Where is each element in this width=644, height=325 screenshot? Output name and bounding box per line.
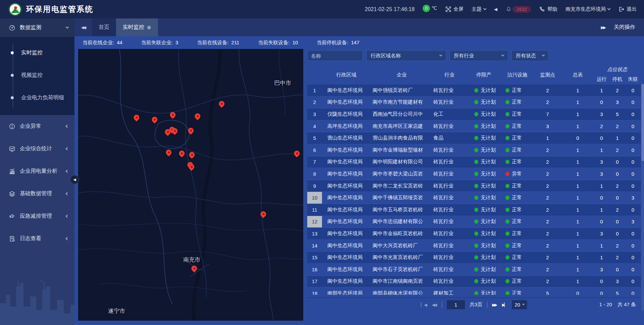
org-dropdown[interactable]: 南充市生态环境局 [566,6,610,12]
sidebar-item-emergency-reduction[interactable]: 应急减排管理 [0,205,74,227]
last-page-button[interactable]: ▶▏ [502,303,507,307]
fullscreen-button[interactable]: 全屏 [445,6,464,12]
sidebar-item-company-statistics[interactable]: 企业综合统计 [0,138,74,160]
row-number: 17 [307,276,322,287]
map-pin-icon[interactable] [188,128,194,133]
tab-home[interactable]: 首页 [92,18,116,36]
tab-realtime-monitor[interactable]: 实时监控 ⊗ [116,18,158,36]
industry-filter-select[interactable]: 所有行业 [449,50,508,61]
range-label: 1 - 20 [599,302,612,308]
sidebar-item-label: 企业异常 [20,123,41,130]
fullscreen-icon [445,6,451,12]
cell-stop: 2 [609,204,625,216]
sidebar-group-data-monitoring[interactable]: 数据监测 [0,18,74,37]
map-pin-icon[interactable] [294,151,300,156]
sidebar-item-label: 企业综合统计 [20,145,52,152]
logout-button[interactable]: 退出 [618,6,637,12]
cell-stop: 3 [609,97,625,108]
map-pin-icon[interactable] [172,128,178,134]
name-filter-input[interactable] [307,50,363,61]
tab-label: 实时监控 [123,24,144,31]
table-row[interactable]: 6 阆中生态环境局 阆中市金博瑞新型墙材 砖瓦行业 无计划 正常 [307,144,641,156]
table-row[interactable]: 9 阆中生态环境局 阆中市二龙长宝页岩砖 砖瓦行业 无计划 正常 [307,180,641,192]
cell-run: 2 [594,120,609,132]
table-row[interactable]: 5 营山生态环境局 营山县润丰肉食品有限 食品 无计划 正常 [307,132,641,144]
close-tab-icon[interactable]: ⊗ [147,24,151,31]
cell-region: 高坪生态环境局 [322,120,371,132]
table-row[interactable]: 1 阆中生态环境局 阆中强锐页岩砖厂 砖瓦行业 无计划 正常 [307,85,641,97]
table-scrollbar[interactable] [641,84,644,311]
first-page-button[interactable]: ◀ [421,303,427,307]
cell-company: 阆中大兴页岩机砖厂 [371,240,433,252]
cell-region: 阆中生态环境局 [322,228,371,239]
table-row[interactable]: 18 南部生态环境局 南部县砌体水泥有限公 建材加工 无计划 正常 [307,287,641,295]
map-pin-icon[interactable] [170,112,175,118]
prev-page-button[interactable]: ◀◀ [432,303,437,307]
table-row[interactable]: 14 阆中生态环境局 阆中大兴页岩机砖厂 砖瓦行业 无计划 正常 [307,240,641,252]
cell-points: 2 [533,97,562,108]
next-page-button[interactable]: ▶▶ [492,303,497,307]
cell-region: 阆中生态环境局 [322,144,371,156]
cell-lost: 0 [625,180,641,192]
table-row[interactable]: 8 阆中生态环境局 阆中市枣碧大梁山页岩 砖瓦行业 无计划 异常 [307,168,641,180]
table-row[interactable]: 15 阆中生态环境局 阆中市光富页岩机砖厂 砖瓦行业 无计划 正常 [307,252,641,264]
bell-icon [505,6,512,12]
table-row[interactable]: 12 阆中生态环境局 阆中市忠信建材有限公 砖瓦行业 无计划 正常 [307,216,641,228]
table-row[interactable]: 2 阆中生态环境局 阆中市南方节能建材有 砖瓦行业 无计划 正常 [307,97,641,109]
table-row[interactable]: 17 阆中生态环境局 阆中市江南镇阆南页岩 砖瓦行业 无计划 正常 [307,276,641,288]
map-pin-icon[interactable] [219,101,225,107]
cell-points: 2 [533,252,562,263]
table-row[interactable]: 4 高坪生态环境局 南充市高坪区王家店建 砖瓦行业 无计划 正常 [307,120,641,132]
map-pin-icon[interactable] [189,164,195,170]
map-pin-icon[interactable] [152,117,158,122]
close-operations-button[interactable]: 关闭操作 [614,24,635,31]
status-filter-select[interactable]: 所有状态 [512,50,549,61]
table-row[interactable]: 11 阆中生态环境局 阆中市五马桥页岩机砖 砖瓦行业 无计划 正常 [307,204,641,216]
map-pin-icon[interactable] [189,152,195,158]
map-pin-icon[interactable] [134,115,140,120]
table-body: 1 阆中生态环境局 阆中强锐页岩砖厂 砖瓦行业 无计划 正常 [307,85,641,295]
theme-dropdown[interactable]: 主题 [472,6,486,12]
status-dot-icon [505,136,509,140]
cell-lost: 0 [625,252,641,263]
sidebar-item-video-monitor[interactable]: 视频监控 [0,64,74,87]
cell-run: 1 [594,144,609,156]
cell-stop: 5 [609,108,625,120]
page-size-select[interactable]: 20 [512,300,527,309]
col-run: 运行 [594,74,609,85]
map-pin-icon[interactable] [260,211,266,217]
tabs-scroll-left-button[interactable]: ◀◀ [74,18,92,36]
col-industry: 行业 [433,65,466,85]
cell-company: 西南油气田分公司川中 [371,108,433,120]
sidebar-collapse-button[interactable]: ◀ [70,175,79,184]
cell-company: 阆中明阳建材有限公司 [371,156,433,168]
tabs-scroll-right-button[interactable]: ▶▶ [601,25,605,30]
map-panel[interactable]: 巴中市 南充市 遂宁市 [78,49,303,321]
sidebar-item-power-usage-analysis[interactable]: 企业用电量分析 [0,160,74,182]
help-button[interactable]: 帮助 [539,6,557,12]
sidebar-item-base-data-management[interactable]: 基础数据管理 [0,182,74,205]
page-number-input[interactable]: 1 [447,300,465,309]
sidebar-item-power-load-detail[interactable]: 企业电力负荷明细 [0,87,74,109]
cell-facility: 正常 [501,204,533,216]
table-row[interactable]: 16 阆中生态环境局 阆中市石子页岩机砖厂 砖瓦行业 无计划 正常 [307,264,641,276]
sidebar-item-log-view[interactable]: 日志查看 [0,227,74,250]
sidebar-item-company-anomaly[interactable]: 企业异常 [0,115,74,138]
sidebar-item-realtime-monitor[interactable]: 实时监控 [0,42,74,64]
mute-button[interactable]: ◀ [494,7,497,12]
cell-meters: 1 [562,85,594,96]
table-row[interactable]: 13 阆中生态环境局 阆中市金福旺页岩机砖 砖瓦行业 无计划 正常 [307,228,641,240]
status-dot-icon [474,184,478,188]
region-filter-select[interactable]: 行政区域名称 [366,50,446,61]
notifications-button[interactable]: 2632 [505,6,531,13]
map-pin-icon[interactable] [192,266,197,271]
cell-facility: 正常 [501,85,533,96]
map-pin-icon[interactable] [179,151,185,156]
map-pin-icon[interactable] [195,113,201,119]
table-row[interactable]: 7 阆中生态环境局 阆中明阳建材有限公司 砖瓦行业 无计划 正常 [307,156,641,168]
map-pin-icon[interactable] [166,150,171,155]
app-root: 环保用电监管系统 2021-02-25 17:46:18 0 ℃ 全屏 主题 ◀ [0,0,644,325]
table-row[interactable]: 3 仪陇生态环境局 西南油气田分公司川中 化工 无计划 正常 [307,108,641,120]
cell-facility: 正常 [501,216,533,228]
table-row[interactable]: 10 阆中生态环境局 阆中千佛镇五郎垭页岩 砖瓦行业 无计划 正常 [307,192,641,204]
